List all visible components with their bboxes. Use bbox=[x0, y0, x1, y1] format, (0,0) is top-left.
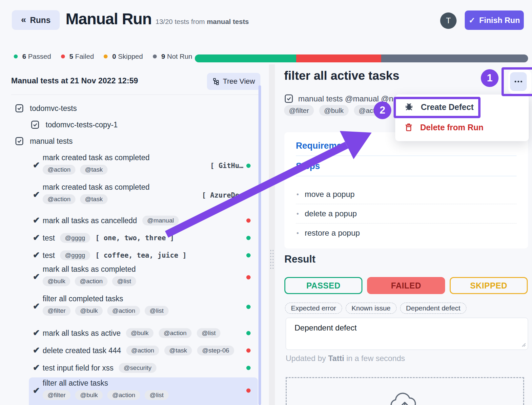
failed-dot-icon bbox=[61, 54, 65, 58]
check-icon: ✔ bbox=[33, 216, 40, 224]
step-item: • restore a popup bbox=[296, 223, 517, 243]
finish-run-button[interactable]: ✓ Finish Run bbox=[465, 11, 524, 30]
suite-label: todomvc-tests-copy-1 bbox=[46, 120, 118, 129]
check-icon: ✔ bbox=[33, 272, 40, 281]
annotation-step-2-badge: 2 bbox=[374, 101, 391, 119]
tree-view-icon bbox=[213, 78, 220, 85]
test-row-selected[interactable]: ✔ filter all active tasks @filter @bulk … bbox=[29, 377, 258, 405]
status-dot-passed bbox=[246, 366, 251, 370]
cloud-upload-icon bbox=[388, 390, 421, 405]
textarea-resize-icon[interactable] bbox=[521, 342, 526, 347]
test-detail-title: filter all active tasks bbox=[284, 69, 399, 83]
annotation-box-create-defect bbox=[394, 97, 481, 118]
attachment-dropzone[interactable] bbox=[286, 377, 524, 405]
tag-pill: @step-06 bbox=[197, 346, 234, 355]
test-run-page: « Runs Manual Run 13/20 tests from manua… bbox=[0, 0, 532, 405]
check-icon: ✔ bbox=[33, 251, 40, 259]
suite-todomvc-tests[interactable]: todomvc-tests bbox=[15, 104, 77, 113]
steps-heading[interactable]: Steps bbox=[296, 161, 517, 171]
tag-pill: @list bbox=[112, 276, 136, 286]
result-comment-input[interactable]: Dependent defect bbox=[286, 318, 528, 350]
finish-run-label: Finish Run bbox=[479, 16, 520, 25]
step-text: delete a popup bbox=[305, 209, 357, 218]
dependent-defect-tag-button[interactable]: Dependent defect bbox=[400, 303, 466, 314]
requirements-heading[interactable]: Requirements bbox=[296, 141, 517, 151]
test-row[interactable]: ✔ mark all tasks as completed @bulk @act… bbox=[29, 263, 258, 292]
delete-from-run-menu-item[interactable]: Delete from Run bbox=[395, 118, 529, 137]
test-title: mark created task as completed bbox=[43, 183, 150, 192]
test-row[interactable]: ✔ mark created task as completed @action… bbox=[29, 151, 258, 181]
result-skipped-button[interactable]: SKIPPED bbox=[450, 277, 528, 294]
tree-view-button[interactable]: Tree View bbox=[207, 73, 260, 90]
delete-from-run-label: Delete from Run bbox=[420, 123, 483, 132]
result-heading: Result bbox=[284, 253, 316, 265]
passed-dot-icon bbox=[14, 54, 18, 58]
divider bbox=[296, 156, 517, 156]
stat-passed: 6 Passed bbox=[14, 53, 51, 60]
tag-pill: @action bbox=[126, 346, 159, 355]
run-stats: 6 Passed 5 Failed 0 Skipped 9 Not Run bbox=[14, 53, 192, 60]
breadcrumb-text: manual tests @manual @new bbox=[298, 94, 403, 103]
suite-manual-tests[interactable]: manual tests bbox=[15, 137, 72, 146]
tag-pill: @manual bbox=[142, 216, 179, 225]
status-dot-passed bbox=[246, 331, 251, 335]
tag-pill: @action bbox=[43, 194, 75, 204]
left-panel-scrollbar[interactable] bbox=[258, 85, 261, 405]
check-icon: ✔ bbox=[33, 386, 40, 395]
progress-not-run-segment bbox=[381, 54, 528, 62]
suite-label: manual tests bbox=[30, 137, 72, 146]
tag-pill: @task bbox=[164, 346, 192, 355]
test-case-icon bbox=[31, 120, 40, 129]
tag-pill: @bulk bbox=[319, 105, 349, 116]
test-parameter: [ one, two, three ] bbox=[95, 234, 174, 242]
tag-pill: @filter bbox=[43, 306, 71, 316]
splitter-drag-handle[interactable] bbox=[270, 249, 274, 269]
check-icon: ✓ bbox=[469, 16, 475, 25]
tag-pill: @filter bbox=[43, 390, 71, 400]
test-row[interactable]: ✔ mark all tasks as active @bulk @action… bbox=[29, 326, 258, 340]
updated-status-text: Updated by Tatti in a few seconds bbox=[286, 354, 405, 363]
tag-pill: @gggg bbox=[60, 233, 90, 243]
status-dot-failed bbox=[246, 193, 251, 198]
check-icon: ✔ bbox=[33, 363, 40, 372]
expected-error-tag-button[interactable]: Expected error bbox=[285, 303, 342, 314]
tag-pill: @gggg bbox=[60, 250, 90, 260]
tag-pill: @task bbox=[80, 165, 108, 175]
test-title: test input field for xss bbox=[43, 364, 113, 373]
tag-pill: @action bbox=[159, 328, 192, 338]
test-row[interactable]: ✔ filter all completed tasks @filter @bu… bbox=[29, 292, 258, 322]
status-dot-passed bbox=[246, 305, 251, 309]
known-issue-tag-button[interactable]: Known issue bbox=[346, 303, 397, 314]
result-buttons: PASSED FAILED SKIPPED bbox=[284, 277, 528, 294]
test-row[interactable]: ✔ mark all tasks as cancelledd @manual bbox=[29, 213, 258, 228]
annotation-box-more-button bbox=[501, 67, 532, 96]
avatar[interactable]: T bbox=[440, 12, 457, 29]
panel-splitter bbox=[269, 64, 275, 405]
test-case-icon bbox=[15, 137, 24, 146]
result-failed-button[interactable]: FAILED bbox=[367, 277, 445, 294]
test-row[interactable]: ✔ delete created task 444 @action @task … bbox=[29, 343, 258, 358]
check-icon: ✔ bbox=[33, 302, 40, 310]
test-title: delete created task 444 bbox=[43, 346, 121, 355]
test-details-card: Requirements Steps • move a popup • dele… bbox=[284, 132, 528, 248]
check-icon: ✔ bbox=[33, 161, 40, 169]
tag-pill: @action bbox=[107, 306, 140, 316]
test-parameter: [ AzureDe… bbox=[202, 191, 243, 199]
test-list-panel: Manual tests at 21 Nov 2022 12:59 Tree V… bbox=[0, 64, 266, 405]
status-dot-failed bbox=[246, 219, 251, 223]
test-row[interactable]: ✔ test @gggg [ coffee, tea, juice ] bbox=[29, 248, 258, 263]
status-dot-passed bbox=[246, 253, 251, 258]
test-row[interactable]: ✔ test @gggg [ one, two, three ] bbox=[29, 231, 258, 245]
suite-todomvc-tests-copy-1[interactable]: todomvc-tests-copy-1 bbox=[31, 120, 118, 129]
result-passed-button[interactable]: PASSED bbox=[284, 277, 362, 294]
test-row[interactable]: ✔ test input field for xss @security bbox=[29, 361, 258, 375]
divider bbox=[296, 176, 517, 176]
test-row[interactable]: ✔ mark created task as completed @action… bbox=[29, 181, 258, 210]
annotation-step-1-badge: 1 bbox=[481, 69, 499, 87]
run-progress-bar bbox=[195, 54, 528, 62]
suite-label: todomvc-tests bbox=[30, 104, 77, 113]
test-title: filter all active tasks bbox=[43, 379, 169, 388]
bullet-icon: • bbox=[297, 191, 299, 198]
avatar-initial: T bbox=[446, 16, 451, 25]
back-to-runs-button[interactable]: « Runs bbox=[12, 10, 60, 30]
